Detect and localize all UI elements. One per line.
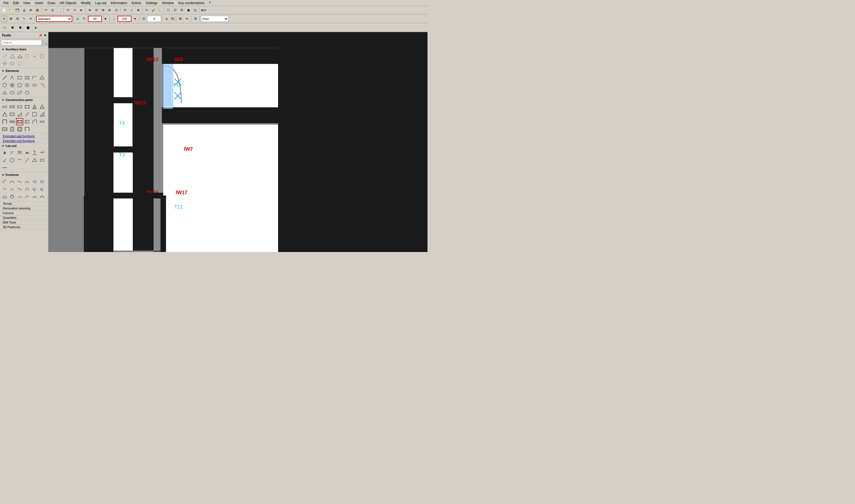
constr-17[interactable]	[31, 118, 38, 125]
ff-4[interactable]	[23, 178, 31, 185]
menu-help[interactable]: ?	[207, 1, 213, 5]
ff-10[interactable]	[23, 186, 31, 193]
snap3-button[interactable]: ⊞	[135, 7, 141, 13]
layout-13[interactable]	[1, 164, 8, 171]
elem-4[interactable]	[23, 74, 31, 81]
section-elements-header[interactable]: ▼ Elements	[0, 68, 48, 73]
close-red-button[interactable]: ✕	[1, 16, 7, 22]
menu-window[interactable]: Window	[160, 1, 176, 5]
angle-drop-button[interactable]: ▼	[102, 16, 108, 22]
constr-21[interactable]	[16, 126, 23, 133]
redo-drop-button[interactable]: ▼	[78, 7, 84, 13]
elem-5[interactable]	[31, 74, 38, 81]
constr-2[interactable]	[8, 103, 16, 110]
layout-11[interactable]	[31, 157, 38, 164]
ff-13[interactable]	[1, 193, 8, 200]
menu-edit[interactable]: Edit	[11, 1, 21, 5]
menu-key-combinations[interactable]: Key combinations	[176, 1, 207, 5]
constr-12[interactable]	[38, 111, 46, 118]
ff-14[interactable]	[8, 193, 16, 200]
elem-12[interactable]	[38, 82, 46, 89]
elem-9[interactable]	[16, 82, 23, 89]
elem-6[interactable]	[38, 74, 46, 81]
layout-6[interactable]: +0.0	[38, 149, 46, 156]
door-select[interactable]: Door	[201, 16, 229, 22]
aux-line-3[interactable]	[16, 53, 23, 60]
canvas-area[interactable]: T11 T4 T3 T21 IW13 IW5 IW15 IW16 IW17 IW…	[49, 32, 427, 252]
ff-17[interactable]	[31, 193, 38, 200]
aux-line-4[interactable]	[23, 53, 31, 60]
print-preview-button[interactable]: 👁	[28, 7, 34, 13]
constr-15-selected[interactable]	[16, 118, 23, 125]
constr-18[interactable]	[38, 118, 46, 125]
aux-line-1[interactable]	[1, 53, 8, 60]
elem-7[interactable]	[1, 82, 8, 89]
select-button[interactable]: ⊙	[113, 7, 119, 13]
bim-tools-label[interactable]: BIM Tools	[0, 220, 48, 224]
constr-10[interactable]	[23, 111, 31, 118]
layout-10[interactable]	[23, 157, 31, 164]
menu-lay-out[interactable]: Lay-out	[93, 1, 108, 5]
menu-settings[interactable]: Settings	[143, 1, 160, 5]
print-button[interactable]: 🖨	[21, 7, 27, 13]
ff-18[interactable]	[38, 193, 46, 200]
ff-11[interactable]	[31, 186, 38, 193]
ff-8[interactable]	[8, 186, 16, 193]
pointer-button[interactable]: ⌖	[28, 16, 34, 22]
zoom-in-button[interactable]: ⊕	[87, 7, 93, 13]
extended-roof-link[interactable]: Extended roof functions	[0, 139, 48, 143]
mode1-button[interactable]: ⬡	[1, 24, 8, 31]
menu-view[interactable]: View	[21, 1, 33, 5]
camera-label[interactable]: Camera	[0, 211, 48, 215]
constr-13[interactable]	[1, 118, 8, 125]
elem-1[interactable]	[1, 74, 8, 81]
aux-line-5[interactable]: +	[31, 53, 38, 60]
constr-3[interactable]	[16, 103, 23, 110]
layout-1[interactable]: A	[1, 149, 8, 156]
cut-button[interactable]: ✂	[43, 7, 49, 13]
checkbox2-button[interactable]: ☑	[172, 7, 178, 13]
style-select[interactable]: Standard	[36, 16, 72, 22]
terrain-label[interactable]: Terrain	[0, 201, 48, 206]
ff-7[interactable]	[1, 186, 8, 193]
aux-line-2[interactable]	[8, 53, 16, 60]
checkbox3-button[interactable]: ☒	[179, 7, 185, 13]
constr-16[interactable]	[23, 118, 31, 125]
tools-pin-icon[interactable]: 📌	[38, 34, 42, 37]
layout-2[interactable]	[8, 149, 16, 156]
renovation-planning-label[interactable]: Renovation planning	[0, 206, 48, 211]
ff-2[interactable]	[8, 178, 16, 185]
zoom-fit-button[interactable]: ⊞	[100, 7, 106, 13]
layout-3[interactable]	[16, 149, 23, 156]
mode4-button[interactable]: ⬤	[24, 24, 32, 31]
eraser-button[interactable]: 🖊	[150, 7, 156, 13]
zoom-window-button[interactable]: ⧉	[107, 7, 113, 13]
zoom-out-button[interactable]: ⊖	[93, 7, 99, 13]
ff-1[interactable]	[1, 178, 8, 185]
new-button[interactable]: 📄	[1, 7, 7, 13]
cursor-button[interactable]: ↖	[21, 16, 27, 22]
elem-13[interactable]	[1, 89, 8, 96]
coord-input[interactable]	[147, 16, 161, 22]
ff-15[interactable]: A◦B	[16, 193, 23, 200]
arrows-button[interactable]: ⇔	[184, 16, 190, 22]
menu-file[interactable]: File	[1, 1, 11, 5]
layout-4[interactable]: Aa	[23, 149, 31, 156]
constr-4[interactable]	[23, 103, 31, 110]
save-button[interactable]: 💾	[14, 7, 20, 13]
layout-9[interactable]	[16, 157, 23, 164]
constr-19[interactable]	[1, 126, 8, 133]
measure-button[interactable]: 📐	[157, 7, 163, 13]
quantities-label[interactable]: Quantities	[0, 215, 48, 220]
mode5-button[interactable]: ◈	[32, 24, 39, 31]
ff-9[interactable]	[16, 186, 23, 193]
dim-drop-button[interactable]: ▼	[132, 16, 138, 22]
constr-1[interactable]	[1, 103, 8, 110]
grid-button[interactable]: ⊞	[177, 16, 183, 22]
menu-extras[interactable]: Extras	[129, 1, 143, 5]
constr-22[interactable]	[23, 126, 31, 133]
tools-close-icon[interactable]: ✕	[44, 34, 47, 37]
constr-9[interactable]	[16, 111, 23, 118]
aux-line-6[interactable]	[38, 53, 46, 60]
constr-20[interactable]	[8, 126, 16, 133]
